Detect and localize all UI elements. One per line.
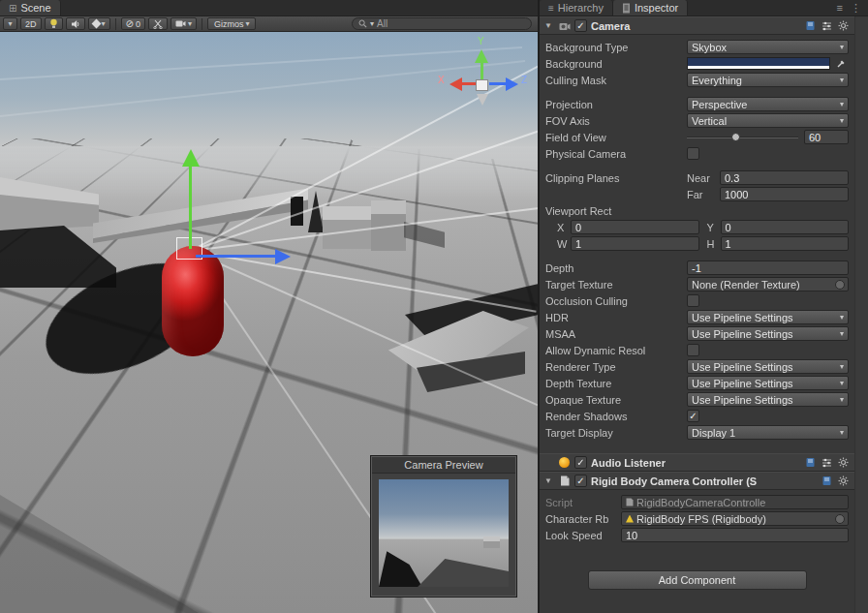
axis-x-cone[interactable]: [450, 77, 462, 91]
target-texture-field[interactable]: None (Render Texture): [687, 277, 849, 291]
render-shadows-checkbox[interactable]: ✓: [687, 410, 699, 422]
tabbar-right-icons: ≡ ⋮: [830, 0, 868, 15]
depth-row: Depth -1: [545, 260, 849, 276]
fov-axis-dropdown[interactable]: Vertical▾: [687, 113, 849, 128]
rigidbody-controller-enabled-checkbox[interactable]: ✓: [574, 475, 587, 487]
gear-icon[interactable]: [837, 19, 850, 32]
help-book-icon[interactable]: [804, 456, 817, 469]
background-type-dropdown[interactable]: Skybox▾: [687, 40, 849, 54]
render-shadows-label: Render Shadows: [545, 411, 687, 422]
panel-divider[interactable]: [538, 0, 540, 613]
gizmo-center-cube[interactable]: [476, 79, 488, 91]
tool-handle-dropdown[interactable]: ▾: [3, 17, 17, 30]
far-field[interactable]: 1000: [720, 187, 849, 201]
scene-picking-button[interactable]: [148, 17, 168, 30]
fov-slider[interactable]: [687, 130, 798, 144]
physical-camera-label: Physical Camera: [545, 148, 687, 160]
tab-inspector[interactable]: Inspector: [613, 0, 688, 15]
window-dots-icon[interactable]: ⋮: [851, 2, 861, 15]
help-book-icon[interactable]: [804, 19, 817, 32]
look-speed-field[interactable]: 10: [621, 528, 849, 542]
scene-visibility-button[interactable]: ⊘ 0: [121, 17, 145, 30]
scene-lighting-button[interactable]: [45, 17, 63, 30]
gear-icon[interactable]: [837, 456, 850, 469]
move-gizmo-y-axis[interactable]: [189, 166, 192, 249]
object-picker-icon[interactable]: [835, 280, 845, 290]
near-field[interactable]: 0.3: [720, 170, 849, 185]
window-menu-icon[interactable]: ≡: [837, 2, 843, 14]
tab-scene[interactable]: ⊞ Scene: [0, 0, 61, 15]
opaque-texture-dropdown[interactable]: Use Pipeline Settings▾: [687, 392, 849, 407]
physical-camera-checkbox[interactable]: [687, 147, 699, 160]
projection-dropdown[interactable]: Perspective▾: [687, 97, 849, 111]
presets-icon[interactable]: [821, 19, 833, 32]
object-picker-icon[interactable]: [835, 514, 845, 524]
rigidbody-controller-header[interactable]: ▼ ✓ Rigid Body Camera Controller (S: [540, 472, 854, 490]
2d-toggle-button[interactable]: 2D: [20, 17, 42, 30]
chevron-down-icon: ▾: [8, 20, 12, 28]
tab-hierarchy[interactable]: ≡ Hierarchy: [540, 0, 613, 15]
red-capsule[interactable]: [162, 246, 224, 356]
culling-mask-dropdown[interactable]: Everything▾: [687, 73, 849, 87]
inspector-scrollbar-gutter[interactable]: [854, 16, 868, 613]
field-value: 0: [726, 222, 731, 233]
fov-slider-thumb[interactable]: [731, 133, 740, 141]
dropdown-value: Skybox: [692, 42, 840, 53]
audio-listener-enabled-checkbox[interactable]: ✓: [574, 456, 587, 469]
chevron-down-icon: ▾: [840, 429, 844, 437]
field-value: -1: [692, 262, 701, 274]
move-gizmo-x-axis[interactable]: [196, 255, 275, 258]
target-display-dropdown[interactable]: Display 1▾: [687, 425, 849, 440]
foldout-icon[interactable]: ▼: [544, 476, 554, 485]
fov-slider-track[interactable]: [687, 137, 798, 138]
axis-y-label: Y: [478, 36, 484, 46]
viewport-x-field[interactable]: 0: [571, 220, 699, 234]
viewport-y-field[interactable]: 0: [721, 220, 850, 234]
occlusion-culling-checkbox[interactable]: [687, 294, 699, 307]
viewport-xy-row: X 0 Y 0: [557, 219, 849, 235]
camera-component-icon: [558, 19, 571, 32]
move-gizmo-x-arrowhead[interactable]: [275, 249, 291, 264]
viewport-h-field[interactable]: 1: [721, 236, 850, 251]
depth-field[interactable]: -1: [687, 261, 849, 275]
camera-component-header[interactable]: ▼ ✓ Camera: [540, 16, 854, 35]
add-component-button[interactable]: Add Component: [588, 570, 807, 590]
axis-z-cone[interactable]: [506, 77, 518, 91]
audio-listener-header[interactable]: ✓ Audio Listener: [540, 453, 854, 472]
allow-dynamic-resolution-label: Allow Dynamic Resol: [545, 345, 687, 356]
eyedropper-icon[interactable]: [832, 56, 849, 71]
depth-texture-dropdown[interactable]: Use Pipeline Settings▾: [687, 376, 849, 390]
scene-audio-button[interactable]: [66, 17, 85, 30]
character-rb-field[interactable]: RigidBody FPS (Rigidbody): [621, 511, 849, 526]
allow-dynamic-resolution-checkbox[interactable]: [687, 344, 699, 356]
script-component-icon: [558, 475, 571, 487]
target-display-label: Target Display: [545, 427, 687, 439]
field-value: 1: [726, 238, 731, 250]
presets-icon[interactable]: [821, 456, 833, 469]
foldout-icon[interactable]: ▼: [544, 21, 554, 30]
scene-camera-button[interactable]: ▾: [170, 17, 197, 30]
axis-neg-cone[interactable]: [477, 94, 488, 106]
gizmos-dropdown[interactable]: Gizmos ▾: [207, 17, 257, 30]
background-color-swatch[interactable]: [687, 57, 830, 70]
axis-x-label: X: [438, 75, 445, 85]
scene-viewport[interactable]: Y X Z Camera Preview: [0, 32, 539, 613]
gear-icon[interactable]: [837, 475, 850, 487]
hdr-row: HDR Use Pipeline Settings▾: [545, 309, 849, 325]
camera-enabled-checkbox[interactable]: ✓: [574, 19, 587, 32]
hdr-dropdown[interactable]: Use Pipeline Settings▾: [687, 310, 849, 324]
renderer-type-dropdown[interactable]: Use Pipeline Settings▾: [687, 359, 849, 374]
axis-y-cone[interactable]: [475, 49, 488, 63]
viewport-w-field[interactable]: 1: [571, 236, 699, 251]
fov-value-field[interactable]: 60: [804, 130, 849, 144]
msaa-dropdown[interactable]: Use Pipeline Settings▾: [687, 326, 849, 341]
scene-orientation-gizmo[interactable]: Y X Z: [438, 38, 533, 123]
chevron-down-icon: ▾: [840, 363, 844, 371]
help-book-icon[interactable]: [821, 475, 833, 487]
scene-search-input[interactable]: ▾ All: [352, 17, 532, 30]
scene-effects-button[interactable]: ▾: [88, 17, 110, 30]
inspector-icon: [622, 3, 631, 14]
script-field[interactable]: RigidBodyCameraControlle: [621, 495, 849, 509]
dropdown-value: Use Pipeline Settings: [692, 378, 840, 389]
move-gizmo-y-arrowhead[interactable]: [182, 149, 200, 167]
